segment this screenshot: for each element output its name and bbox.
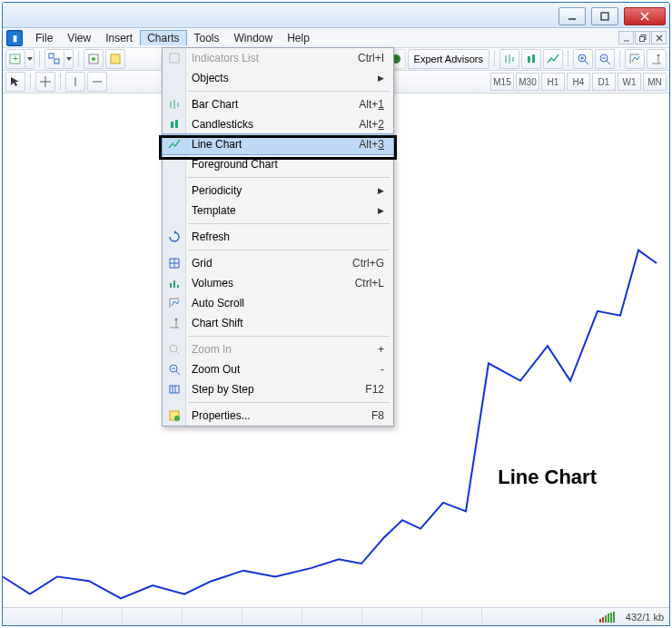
menu-window[interactable]: Window [227,30,281,46]
indicators-icon [166,50,183,66]
chart-shift-icon [166,315,183,331]
chart-annotation-label: Line Chart [498,466,597,489]
titlebar [3,3,669,28]
crosshair-tool-button[interactable] [35,72,55,92]
candlesticks-icon [166,116,183,132]
menu-step-by-step[interactable]: Step by Step F12 [163,379,393,399]
menu-grid[interactable]: Grid Ctrl+G [163,253,393,273]
svg-rect-13 [54,59,59,64]
menu-help[interactable]: Help [280,30,317,46]
vertical-line-button[interactable] [65,72,85,92]
svg-rect-39 [170,54,179,63]
connection-bars-icon [599,612,615,623]
app-icon: ▮ [6,30,23,46]
svg-point-61 [174,416,180,421]
menu-auto-scroll[interactable]: Auto Scroll [163,293,393,313]
menu-volumes[interactable]: Volumes Ctrl+L [163,273,393,293]
window-minimize-button[interactable] [558,7,586,25]
mdi-restore-button[interactable] [635,31,650,44]
market-watch-button[interactable] [84,49,104,69]
submenu-arrow-icon: ▶ [378,74,384,83]
svg-rect-17 [111,54,120,64]
timeframe-mn[interactable]: MN [643,73,667,91]
expert-advisors-button[interactable]: Expert Advisors [408,49,489,69]
menu-charts[interactable]: Charts [140,30,186,45]
new-chart-button[interactable]: + [5,49,25,69]
menu-bar-chart[interactable]: Bar Chart Alt+1 [163,94,393,114]
chart-shift-button[interactable] [647,49,667,69]
menu-view[interactable]: View [60,30,98,46]
cursor-tool-button[interactable] [5,72,25,92]
menu-tools[interactable]: Tools [187,30,227,46]
status-kb: 432/1 kb [626,612,664,623]
auto-scroll-button[interactable] [625,49,645,69]
refresh-icon [166,229,183,245]
menu-zoom-out[interactable]: Zoom Out - [163,359,393,379]
menu-candlesticks[interactable]: Candlesticks Alt+2 [163,114,393,134]
svg-rect-12 [49,54,54,58]
mdi-minimize-button[interactable] [618,31,634,44]
menu-objects[interactable]: Objects ▶ [163,68,393,88]
window-close-button[interactable] [624,7,666,25]
timeframe-m15[interactable]: M15 [490,73,514,91]
expert-advisors-label: Expert Advisors [414,54,483,64]
timeframe-m30[interactable]: M30 [516,73,539,91]
svg-rect-44 [175,120,178,128]
zoom-in-button[interactable] [573,49,593,69]
zoom-in-icon [166,341,183,358]
menu-refresh[interactable]: Refresh [163,227,393,247]
submenu-arrow-icon: ▶ [378,186,384,195]
navigator-button[interactable] [105,49,125,69]
bar-chart-icon [166,96,183,113]
horizontal-line-button[interactable] [87,72,107,92]
svg-line-25 [585,61,588,64]
profiles-button[interactable] [44,49,64,69]
svg-text:+: + [13,54,18,64]
grid-icon [166,255,183,271]
new-chart-dropdown[interactable] [25,49,35,69]
menu-foreground-chart[interactable]: Foreground Chart [163,154,393,174]
svg-line-53 [176,351,180,355]
svg-rect-22 [528,56,530,63]
menu-insert[interactable]: Insert [98,30,140,46]
menu-chart-shift[interactable]: Chart Shift [163,313,393,333]
step-icon [166,381,183,397]
menu-template[interactable]: Template ▶ [163,201,393,221]
menu-file[interactable]: File [28,30,60,46]
menubar: ▮ File View Insert Charts Tools Window H… [3,28,669,48]
mdi-close-button[interactable] [651,31,667,44]
svg-marker-11 [27,57,33,61]
svg-rect-23 [532,54,535,63]
statusbar: 432/1 kb [3,607,669,625]
properties-icon [166,407,183,424]
svg-point-52 [170,345,177,352]
menu-properties[interactable]: Properties... F8 [163,406,393,426]
profiles-dropdown[interactable] [64,49,74,69]
svg-marker-34 [11,77,19,86]
svg-rect-57 [170,386,179,393]
line-chart-icon [166,136,183,152]
zoom-out-button[interactable] [595,49,615,69]
svg-line-55 [176,371,180,375]
candle-chart-button[interactable] [521,49,541,69]
volumes-icon [166,275,183,291]
timeframe-d1[interactable]: D1 [592,73,616,91]
zoom-out-icon [166,361,183,378]
charts-menu-dropdown: Indicators List Ctrl+I Objects ▶ Bar Cha… [162,47,394,427]
svg-rect-1 [601,13,608,20]
bar-chart-button[interactable] [499,49,519,69]
menu-periodicity[interactable]: Periodicity ▶ [163,181,393,201]
svg-marker-33 [657,54,660,56]
timeframe-h1[interactable]: H1 [541,73,565,91]
svg-line-29 [607,61,610,64]
timeframe-w1[interactable]: W1 [618,73,641,91]
window-maximize-button[interactable] [591,7,618,25]
svg-rect-6 [639,36,644,41]
menu-zoom-in[interactable]: Zoom In + [163,339,393,359]
menu-line-chart[interactable]: Line Chart Alt+3 [163,134,393,154]
svg-point-16 [92,57,95,61]
menu-indicators-list[interactable]: Indicators List Ctrl+I [163,48,393,68]
timeframe-h4[interactable]: H4 [567,73,590,91]
line-chart-button[interactable] [543,49,563,69]
auto-scroll-icon [166,295,183,311]
